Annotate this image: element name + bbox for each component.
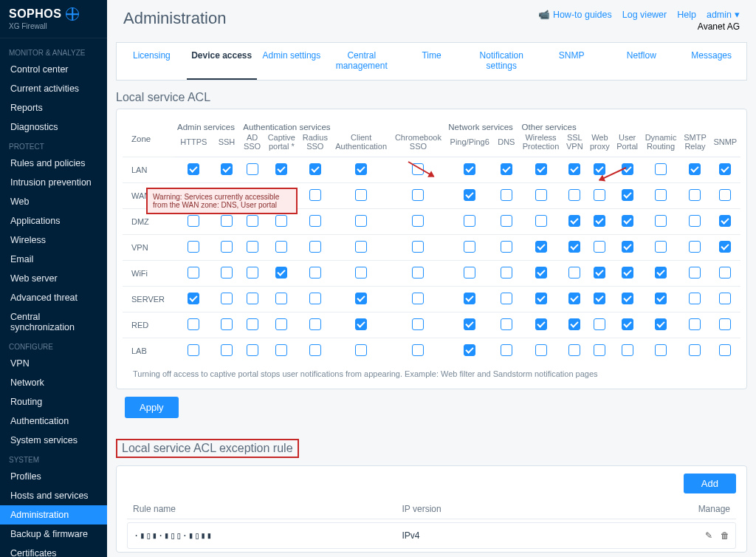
acl-checkbox[interactable]	[501, 344, 512, 356]
acl-checkbox[interactable]	[247, 318, 258, 330]
delete-icon[interactable]: 🗑	[719, 530, 729, 541]
acl-checkbox[interactable]	[594, 293, 605, 304]
acl-checkbox[interactable]	[188, 163, 199, 175]
acl-checkbox[interactable]	[309, 189, 321, 201]
acl-checkbox[interactable]	[309, 241, 321, 253]
acl-checkbox[interactable]	[275, 241, 287, 253]
acl-checkbox[interactable]	[188, 318, 199, 330]
acl-checkbox[interactable]	[501, 318, 512, 330]
sidebar-item-wireless[interactable]: Wireless	[0, 230, 107, 250]
acl-checkbox[interactable]	[355, 267, 367, 278]
sidebar-item-current-activities[interactable]: Current activities	[0, 79, 107, 98]
sidebar-item-central-synchronization[interactable]: Central synchronization	[0, 307, 107, 337]
tab-netflow[interactable]: Netflow	[606, 43, 676, 80]
acl-checkbox[interactable]	[501, 241, 512, 253]
acl-checkbox[interactable]	[188, 267, 199, 278]
acl-checkbox[interactable]	[221, 241, 233, 253]
sidebar-item-backup-firmware[interactable]: Backup & firmware	[0, 524, 107, 544]
acl-checkbox[interactable]	[568, 293, 580, 304]
sidebar-item-system-services[interactable]: System services	[0, 431, 107, 450]
acl-checkbox[interactable]	[412, 189, 424, 201]
acl-checkbox[interactable]	[275, 163, 287, 175]
acl-checkbox[interactable]	[719, 344, 731, 356]
sidebar-item-profiles[interactable]: Profiles	[0, 467, 107, 486]
acl-checkbox[interactable]	[275, 215, 287, 227]
user-menu[interactable]: admin ▾	[707, 9, 740, 20]
acl-checkbox[interactable]	[689, 189, 701, 201]
acl-checkbox[interactable]	[655, 163, 667, 175]
acl-checkbox[interactable]	[412, 344, 424, 356]
acl-checkbox[interactable]	[247, 344, 258, 356]
sidebar-item-reports[interactable]: Reports	[0, 98, 107, 117]
acl-checkbox[interactable]	[221, 293, 233, 304]
acl-checkbox[interactable]	[309, 267, 321, 278]
acl-checkbox[interactable]	[275, 318, 287, 330]
sidebar-item-advanced-threat[interactable]: Advanced threat	[0, 288, 107, 307]
acl-checkbox[interactable]	[464, 163, 475, 175]
acl-checkbox[interactable]	[464, 318, 475, 330]
acl-checkbox[interactable]	[188, 344, 199, 356]
acl-checkbox[interactable]	[655, 267, 667, 278]
acl-checkbox[interactable]	[464, 215, 475, 227]
acl-checkbox[interactable]	[309, 215, 321, 227]
acl-checkbox[interactable]	[535, 189, 547, 201]
acl-checkbox[interactable]	[594, 189, 605, 201]
edit-icon[interactable]: ✎	[702, 530, 712, 541]
sidebar-item-vpn[interactable]: VPN	[0, 354, 107, 373]
acl-checkbox[interactable]	[568, 318, 580, 330]
acl-checkbox[interactable]	[655, 189, 667, 201]
sidebar-item-intrusion-prevention[interactable]: Intrusion prevention	[0, 173, 107, 192]
sidebar-item-control-center[interactable]: Control center	[0, 60, 107, 79]
acl-checkbox[interactable]	[221, 344, 233, 356]
acl-checkbox[interactable]	[464, 241, 475, 253]
acl-checkbox[interactable]	[622, 267, 633, 278]
acl-checkbox[interactable]	[464, 344, 475, 356]
acl-checkbox[interactable]	[594, 241, 605, 253]
acl-checkbox[interactable]	[355, 215, 367, 227]
sidebar-item-routing[interactable]: Routing	[0, 392, 107, 411]
acl-checkbox[interactable]	[412, 241, 424, 253]
acl-checkbox[interactable]	[275, 293, 287, 304]
acl-checkbox[interactable]	[412, 293, 424, 304]
acl-checkbox[interactable]	[568, 163, 580, 175]
tab-notification-settings[interactable]: Notification settings	[467, 43, 537, 80]
acl-checkbox[interactable]	[221, 267, 233, 278]
acl-checkbox[interactable]	[501, 267, 512, 278]
sidebar-item-rules-and-policies[interactable]: Rules and policies	[0, 154, 107, 173]
acl-checkbox[interactable]	[622, 344, 633, 356]
acl-checkbox[interactable]	[568, 241, 580, 253]
acl-checkbox[interactable]	[719, 241, 731, 253]
acl-checkbox[interactable]	[719, 215, 731, 227]
howto-link[interactable]: 📹 How-to guides	[538, 9, 612, 20]
acl-checkbox[interactable]	[464, 293, 475, 304]
sidebar-item-web[interactable]: Web	[0, 192, 107, 211]
acl-checkbox[interactable]	[689, 344, 701, 356]
acl-checkbox[interactable]	[188, 241, 199, 253]
sidebar-item-administration[interactable]: Administration	[0, 505, 107, 524]
acl-checkbox[interactable]	[719, 189, 731, 201]
acl-checkbox[interactable]	[501, 189, 512, 201]
logviewer-link[interactable]: Log viewer	[622, 10, 667, 20]
acl-checkbox[interactable]	[501, 215, 512, 227]
acl-checkbox[interactable]	[568, 215, 580, 227]
acl-checkbox[interactable]	[568, 344, 580, 356]
acl-checkbox[interactable]	[355, 293, 367, 304]
add-button[interactable]: Add	[684, 474, 736, 493]
acl-checkbox[interactable]	[568, 267, 580, 278]
acl-checkbox[interactable]	[188, 215, 199, 227]
sidebar-item-diagnostics[interactable]: Diagnostics	[0, 117, 107, 137]
acl-checkbox[interactable]	[355, 163, 367, 175]
acl-checkbox[interactable]	[689, 163, 701, 175]
acl-checkbox[interactable]	[689, 215, 701, 227]
acl-checkbox[interactable]	[689, 241, 701, 253]
acl-checkbox[interactable]	[247, 293, 258, 304]
acl-checkbox[interactable]	[412, 267, 424, 278]
acl-checkbox[interactable]	[689, 267, 701, 278]
acl-checkbox[interactable]	[622, 293, 633, 304]
tab-snmp[interactable]: SNMP	[537, 43, 607, 80]
acl-checkbox[interactable]	[309, 344, 321, 356]
acl-checkbox[interactable]	[535, 267, 547, 278]
acl-checkbox[interactable]	[535, 241, 547, 253]
acl-checkbox[interactable]	[719, 163, 731, 175]
tab-device-access[interactable]: Device access	[187, 43, 257, 80]
